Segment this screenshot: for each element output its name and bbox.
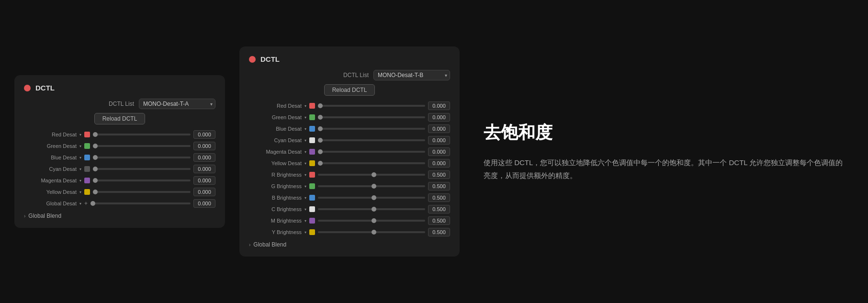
param-row-yellow-desat-1: Yellow Desat ▾ 0.000 — [24, 188, 215, 196]
param-label-g-brightness: G Brightness — [249, 183, 302, 189]
color-swatch-c-bright — [309, 206, 315, 212]
value-yellow-desat-2: 0.000 — [428, 159, 450, 168]
param-label-yellow-desat-2: Yellow Desat — [249, 160, 302, 166]
panel-1-toggle[interactable] — [24, 85, 31, 91]
panel-1-dctl-list-row: DCTL List MONO-Desat-T-A — [24, 99, 215, 109]
param-row-y-brightness: Y Brightness ▾ 0.500 — [249, 228, 450, 236]
tri-2-11: ▾ — [304, 219, 306, 223]
slider-red-desat-2[interactable] — [318, 105, 425, 107]
param-row-r-brightness: R Brightness ▾ 0.500 — [249, 170, 450, 179]
slider-cyan-desat-1[interactable] — [93, 168, 191, 170]
value-yellow-desat-1: 0.000 — [193, 188, 215, 196]
slider-blue-desat-1[interactable] — [93, 157, 191, 158]
param-label-r-brightness: R Brightness — [249, 172, 302, 178]
panel-1-select-wrapper[interactable]: MONO-Desat-T-A — [139, 99, 215, 109]
value-cyan-desat-1: 0.000 — [193, 165, 215, 173]
panel-2-dctl-select[interactable]: MONO-Desat-T-B — [373, 70, 450, 80]
panel-2-dctl-list-row: DCTL List MONO-Desat-T-B — [249, 70, 450, 80]
plus-icon-1: + — [84, 200, 88, 207]
param-label-blue-desat-1: Blue Desat — [24, 155, 77, 160]
value-g-brightness: 0.500 — [428, 182, 450, 191]
slider-cyan-desat-2[interactable] — [318, 139, 425, 141]
tri-2-6: ▾ — [304, 161, 306, 166]
param-label-red-desat-1: Red Desat — [24, 132, 77, 137]
param-row-green-desat-1: Green Desat ▾ 0.000 — [24, 142, 215, 150]
panel-2-toggle[interactable] — [249, 56, 256, 63]
color-swatch-b-bright — [309, 195, 315, 201]
param-row-red-desat-1: Red Desat ▾ 0.000 — [24, 130, 215, 139]
slider-r-brightness[interactable] — [318, 174, 425, 176]
info-description: 使用这些 DCTL，您可以独立地降低六个色调值中每一个的饱和度。其中一个 DCT… — [484, 156, 844, 182]
slider-y-brightness[interactable] — [318, 231, 425, 233]
param-label-global-desat-1: Global Desat — [24, 201, 77, 206]
slider-green-desat-1[interactable] — [93, 145, 191, 147]
triangle-icon-3: ▾ — [79, 156, 81, 160]
param-row-c-brightness: C Brightness ▾ 0.500 — [249, 205, 450, 213]
value-blue-desat-1: 0.000 — [193, 153, 215, 162]
slider-m-brightness[interactable] — [318, 220, 425, 222]
slider-yellow-desat-1[interactable] — [93, 191, 191, 193]
param-row-cyan-desat-2: Cyan Desat ▾ 0.000 — [249, 136, 450, 145]
panel-1-dctl-select[interactable]: MONO-Desat-T-A — [139, 99, 215, 109]
slider-green-desat-2[interactable] — [318, 116, 425, 118]
slider-magenta-desat-1[interactable] — [93, 180, 191, 181]
value-blue-desat-2: 0.000 — [428, 124, 450, 133]
param-row-blue-desat-1: Blue Desat ▾ 0.000 — [24, 153, 215, 162]
param-row-red-desat-2: Red Desat ▾ 0.000 — [249, 101, 450, 110]
chevron-right-icon-1: › — [24, 213, 25, 219]
tri-2-8: ▾ — [304, 184, 306, 189]
value-global-desat-1: 0.000 — [193, 199, 215, 208]
panel-1-global-blend[interactable]: › Global Blend — [24, 213, 215, 219]
slider-yellow-desat-2[interactable] — [318, 162, 425, 164]
slider-magenta-desat-2[interactable] — [318, 151, 425, 153]
slider-g-brightness[interactable] — [318, 185, 425, 187]
global-blend-label-2: Global Blend — [253, 241, 286, 248]
slider-blue-desat-2[interactable] — [318, 128, 425, 130]
panel-1: DCTL DCTL List MONO-Desat-T-A Reload DCT… — [14, 75, 225, 228]
panel-2-title: DCTL — [260, 55, 280, 63]
param-row-g-brightness: G Brightness ▾ 0.500 — [249, 182, 450, 191]
panel-2-reload-row: Reload DCTL — [249, 84, 450, 96]
triangle-icon-4: ▾ — [79, 167, 81, 171]
value-b-brightness: 0.500 — [428, 193, 450, 202]
param-label-red-desat-2: Red Desat — [249, 103, 302, 109]
value-magenta-desat-1: 0.000 — [193, 176, 215, 185]
panel-2-reload-button[interactable]: Reload DCTL — [324, 84, 375, 96]
panel-1-title: DCTL — [35, 84, 55, 92]
value-green-desat-1: 0.000 — [193, 142, 215, 150]
slider-c-brightness[interactable] — [318, 208, 425, 210]
param-row-cyan-desat-1: Cyan Desat ▾ 0.000 — [24, 165, 215, 173]
param-row-magenta-desat-1: Magenta Desat ▾ 0.000 — [24, 176, 215, 185]
param-label-c-brightness: C Brightness — [249, 206, 302, 212]
tri-2-10: ▾ — [304, 207, 306, 212]
panel-2-header: DCTL — [249, 55, 450, 63]
color-swatch-g-bright — [309, 183, 315, 189]
param-label-magenta-desat-1: Magenta Desat — [24, 178, 77, 183]
param-row-b-brightness: B Brightness ▾ 0.500 — [249, 193, 450, 202]
value-red-desat-1: 0.000 — [193, 130, 215, 139]
color-swatch-magenta-1 — [84, 178, 90, 183]
tri-2-2: ▾ — [304, 115, 306, 120]
slider-b-brightness[interactable] — [318, 197, 425, 199]
panel-1-dctl-list-label: DCTL List — [109, 101, 134, 107]
panel-2-dctl-list-label: DCTL List — [343, 72, 369, 79]
color-swatch-yellow-2 — [309, 160, 315, 166]
param-row-blue-desat-2: Blue Desat ▾ 0.000 — [249, 124, 450, 133]
param-row-green-desat-2: Green Desat ▾ 0.000 — [249, 113, 450, 122]
panel-1-reload-button[interactable]: Reload DCTL — [94, 113, 146, 124]
color-swatch-blue-1 — [84, 155, 90, 160]
param-row-magenta-desat-2: Magenta Desat ▾ 0.000 — [249, 147, 450, 156]
color-swatch-blue-2 — [309, 126, 315, 132]
triangle-icon-5: ▾ — [79, 179, 81, 183]
param-label-blue-desat-2: Blue Desat — [249, 126, 302, 132]
slider-red-desat-1[interactable] — [93, 134, 191, 135]
value-r-brightness: 0.500 — [428, 170, 450, 179]
slider-global-desat-1[interactable] — [90, 202, 191, 204]
tri-2-12: ▾ — [304, 230, 306, 235]
global-blend-label-1: Global Blend — [28, 213, 61, 219]
color-swatch-red-2 — [309, 103, 315, 109]
triangle-icon-6: ▾ — [79, 190, 81, 194]
panel-2-global-blend[interactable]: › Global Blend — [249, 241, 450, 248]
tri-2-5: ▾ — [304, 150, 306, 154]
panel-2-select-wrapper[interactable]: MONO-Desat-T-B — [373, 70, 450, 80]
